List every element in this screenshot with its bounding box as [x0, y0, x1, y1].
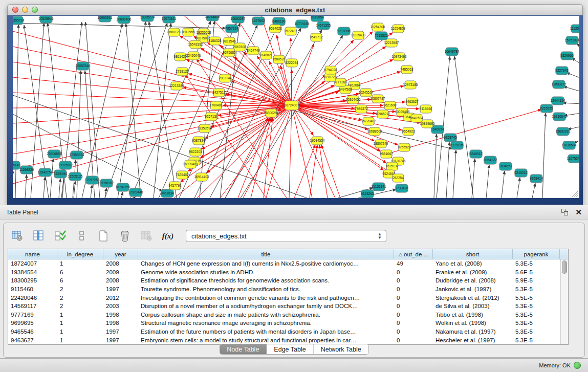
table-cell[interactable]: 9463627 — [8, 337, 57, 343]
table-cell[interactable]: 14569117 — [8, 303, 57, 309]
graph-edge[interactable] — [434, 134, 437, 198]
zoom-window-icon[interactable] — [32, 7, 38, 13]
table-cell[interactable]: 18300295 — [8, 277, 57, 283]
close-window-icon[interactable] — [12, 7, 18, 13]
table-cell[interactable]: 0 — [394, 329, 433, 335]
table-cell[interactable]: Jankovic et al. (1997) — [433, 286, 513, 292]
table-cell[interactable]: 2008 — [103, 260, 138, 267]
graph-edge[interactable] — [446, 142, 449, 198]
table-cell[interactable]: 1 — [57, 337, 103, 343]
citation-network-graph[interactable]: 1435572420528946169532612069140618385274… — [13, 16, 579, 198]
graph-edge[interactable] — [211, 105, 292, 127]
table-cell[interactable]: 49 — [394, 260, 433, 267]
minimize-window-icon[interactable] — [22, 7, 28, 13]
table-settings-icon[interactable] — [11, 229, 24, 243]
graph-edge[interactable] — [126, 24, 141, 198]
table-cell[interactable]: 9699695 — [8, 320, 57, 326]
table-cell[interactable]: 5.3E-5 — [513, 329, 560, 335]
graph-edge[interactable] — [13, 105, 292, 123]
tab-edge-table[interactable]: Edge Table — [267, 344, 313, 354]
graph-edge[interactable] — [149, 21, 177, 198]
table-cell[interactable]: 1997 — [103, 286, 138, 292]
graph-edge[interactable] — [502, 171, 505, 198]
graph-edge[interactable] — [50, 159, 53, 198]
table-cell[interactable]: 19384554 — [8, 269, 57, 275]
table-cell[interactable]: 1998 — [103, 320, 138, 326]
new-table-icon[interactable] — [97, 229, 110, 243]
graph-edge[interactable] — [105, 23, 167, 198]
table-row[interactable]: 977716911998Corpus callosum shape and si… — [8, 311, 568, 319]
table-cell[interactable]: Estimation of significance thresholds fo… — [138, 277, 394, 283]
table-cell[interactable]: 0 — [394, 277, 433, 283]
graph-edge[interactable] — [59, 179, 60, 198]
table-cell[interactable]: 5.3E-5 — [513, 320, 560, 326]
merge-tables-icon[interactable] — [75, 229, 89, 243]
table-cell[interactable]: 0 — [394, 337, 433, 343]
table-cell[interactable]: 2 — [57, 295, 103, 301]
table-row[interactable]: 911546021997Tourette syndrome. Phenomeno… — [8, 285, 568, 294]
table-cell[interactable]: 1998 — [103, 312, 138, 318]
table-row[interactable]: 946362711997Embryonic stem cells: a mode… — [8, 336, 568, 344]
table-cell[interactable]: 0 — [394, 286, 433, 292]
table-row[interactable]: 1830029562008Estimation of significance … — [8, 276, 568, 285]
table-cell[interactable]: 9777169 — [8, 312, 57, 318]
column-header-title[interactable]: title — [138, 249, 394, 259]
table-cell[interactable]: 5.3E-5 — [513, 337, 560, 343]
table-cell[interactable]: 1997 — [103, 337, 138, 343]
table-row[interactable]: 1938455462009Genome-wide association stu… — [8, 268, 568, 277]
memory-status-indicator[interactable] — [574, 362, 581, 369]
tab-node-table[interactable]: Node Table — [220, 344, 267, 354]
table-cell[interactable]: 2 — [57, 303, 103, 309]
table-row[interactable]: 946554611997Estimation of the future num… — [8, 327, 568, 336]
table-cell[interactable]: 2009 — [103, 269, 138, 275]
graph-edge[interactable] — [532, 183, 535, 198]
table-cell[interactable]: 0 — [394, 295, 433, 301]
table-cell[interactable]: de Silva et al. (2003) — [433, 303, 513, 309]
graph-edge[interactable] — [472, 159, 475, 198]
graph-edge[interactable] — [15, 25, 18, 198]
graph-edge[interactable] — [486, 165, 489, 198]
table-cell[interactable]: 6 — [57, 269, 103, 275]
table-cell[interactable]: 5.3E-5 — [513, 286, 560, 292]
table-cell[interactable]: 5.3E-5 — [513, 260, 560, 267]
table-cell[interactable]: Nakamura et al. (1997) — [433, 329, 513, 335]
table-cell[interactable]: 0 — [394, 320, 433, 326]
table-cell[interactable]: Corpus callosum shape and size in male p… — [138, 312, 394, 318]
table-row[interactable]: 969969511998Structural magnetic resonanc… — [8, 319, 568, 327]
graph-edge[interactable] — [91, 185, 92, 198]
table-cell[interactable]: 6 — [57, 277, 103, 283]
table-cell[interactable]: Genome-wide association studies in ADHD. — [138, 269, 394, 275]
table-cell[interactable]: Franke et al. (2009) — [433, 269, 513, 275]
graph-edge[interactable] — [294, 145, 315, 198]
column-header-out_de[interactable]: △out_de… — [394, 249, 433, 259]
select-columns-icon[interactable] — [54, 229, 67, 243]
table-cell[interactable]: 5.9E-5 — [513, 277, 560, 283]
graph-edge[interactable] — [121, 192, 123, 198]
table-cell[interactable]: 9115460 — [8, 286, 57, 292]
table-cell[interactable]: 1 — [57, 312, 103, 318]
table-cell[interactable]: 0 — [394, 312, 433, 318]
table-cell[interactable]: 1 — [57, 320, 103, 326]
table-cell[interactable]: 1 — [57, 260, 103, 267]
network-canvas[interactable]: 1435572420528946169532612069140618385274… — [13, 16, 579, 198]
graph-edge[interactable] — [319, 145, 328, 198]
column-header-in_degree[interactable]: in_degree — [57, 249, 103, 259]
table-cell[interactable]: Dudbridge et al. (2008) — [433, 277, 513, 283]
table-cell[interactable]: 2003 — [103, 303, 138, 309]
graph-edge[interactable] — [25, 174, 27, 198]
table-cell[interactable]: Tibbo et al. (1998) — [433, 312, 513, 318]
graph-edge[interactable] — [269, 61, 292, 105]
table-cell[interactable]: 18724007 — [8, 260, 57, 267]
table-cell[interactable]: 5.3E-5 — [513, 312, 560, 318]
graph-edge[interactable] — [567, 73, 579, 78]
graph-edge[interactable] — [542, 113, 546, 198]
graph-edge[interactable] — [13, 105, 292, 139]
table-cell[interactable]: Changes of HCN gene expression and I(f) … — [138, 260, 394, 267]
table-cell[interactable]: Disruption of a novel member of a sodium… — [138, 303, 394, 309]
window-titlebar[interactable]: citations_edges.txt — [7, 4, 583, 15]
column-header-short[interactable]: short — [433, 249, 513, 259]
table-cell[interactable]: 1 — [57, 329, 103, 335]
graph-edge[interactable] — [321, 145, 340, 198]
tab-network-table[interactable]: Network Table — [314, 344, 368, 354]
column-chooser-icon[interactable] — [32, 229, 46, 243]
